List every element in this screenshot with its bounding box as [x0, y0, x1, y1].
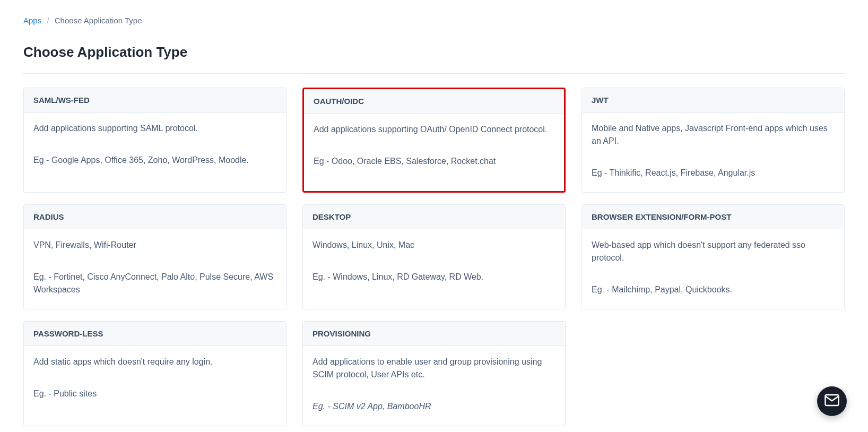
- card-desktop[interactable]: DESKTOP Windows, Linux, Unix, Mac Eg. - …: [302, 204, 566, 309]
- card-description: Web-based app which doesn't support any …: [592, 239, 835, 264]
- card-description: Add applications supporting SAML protoco…: [33, 122, 276, 135]
- card-title: JWT: [582, 88, 844, 113]
- card-title: SAML/WS-FED: [24, 88, 286, 113]
- card-description: VPN, Firewalls, Wifi-Router: [33, 239, 276, 252]
- card-description: Windows, Linux, Unix, Mac: [313, 239, 555, 252]
- card-body: Add applications supporting SAML protoco…: [24, 113, 286, 192]
- page-title: Choose Application Type: [23, 44, 845, 61]
- card-title: OAUTH/OIDC: [304, 89, 564, 114]
- card-title: RADIUS: [24, 205, 286, 229]
- divider: [23, 73, 845, 74]
- help-fab-button[interactable]: [817, 386, 847, 416]
- card-body: VPN, Firewalls, Wifi-Router Eg. - Fortin…: [24, 229, 286, 309]
- card-title: BROWSER EXTENSION/FORM-POST: [582, 205, 844, 229]
- card-description: Add static apps which doesn't require an…: [33, 356, 276, 368]
- breadcrumb-link-apps[interactable]: Apps: [23, 16, 41, 25]
- card-example: Eg. - Public sites: [33, 387, 276, 400]
- card-body: Web-based app which doesn't support any …: [582, 229, 844, 309]
- card-description: Mobile and Native apps, Javascript Front…: [592, 122, 835, 148]
- card-body: Add applications to enable user and grou…: [303, 346, 565, 426]
- card-example: Eg. - Fortinet, Cisco AnyConnect, Palo A…: [33, 271, 276, 296]
- card-description: Add applications supporting OAuth/ OpenI…: [314, 123, 554, 136]
- app-type-grid: SAML/WS-FED Add applications supporting …: [23, 88, 845, 426]
- card-title: PROVISIONING: [303, 322, 565, 346]
- card-example: Eg. - Mailchimp, Paypal, Quickbooks.: [592, 283, 835, 296]
- mail-icon: [824, 392, 840, 410]
- card-provisioning[interactable]: PROVISIONING Add applications to enable …: [302, 321, 566, 426]
- card-body: Mobile and Native apps, Javascript Front…: [582, 113, 844, 192]
- card-example: Eg. - SCIM v2 App, BambooHR: [313, 400, 555, 413]
- card-oauth-oidc[interactable]: OAUTH/OIDC Add applications supporting O…: [302, 88, 566, 193]
- card-example: Eg - Google Apps, Office 365, Zoho, Word…: [33, 154, 276, 167]
- card-password-less[interactable]: PASSWORD-LESS Add static apps which does…: [23, 321, 287, 426]
- card-saml-ws-fed[interactable]: SAML/WS-FED Add applications supporting …: [23, 88, 287, 193]
- card-radius[interactable]: RADIUS VPN, Firewalls, Wifi-Router Eg. -…: [23, 204, 287, 309]
- breadcrumb-current: Choose Application Type: [55, 16, 142, 25]
- card-body: Windows, Linux, Unix, Mac Eg. - Windows,…: [303, 229, 565, 309]
- card-title: DESKTOP: [303, 205, 565, 229]
- card-browser-extension-form-post[interactable]: BROWSER EXTENSION/FORM-POST Web-based ap…: [581, 204, 845, 309]
- card-body: Add applications supporting OAuth/ OpenI…: [304, 114, 564, 191]
- card-body: Add static apps which doesn't require an…: [24, 346, 286, 426]
- card-example: Eg. - Windows, Linux, RD Gateway, RD Web…: [313, 271, 555, 283]
- card-example: Eg - Thinkific, React.js, Firebase, Angu…: [592, 167, 835, 179]
- card-jwt[interactable]: JWT Mobile and Native apps, Javascript F…: [581, 88, 845, 193]
- breadcrumb: Apps / Choose Application Type: [23, 16, 845, 25]
- card-example: Eg - Odoo, Oracle EBS, Salesforce, Rocke…: [314, 155, 554, 168]
- card-title: PASSWORD-LESS: [24, 322, 286, 346]
- card-description: Add applications to enable user and grou…: [313, 356, 555, 381]
- breadcrumb-separator: /: [47, 16, 49, 25]
